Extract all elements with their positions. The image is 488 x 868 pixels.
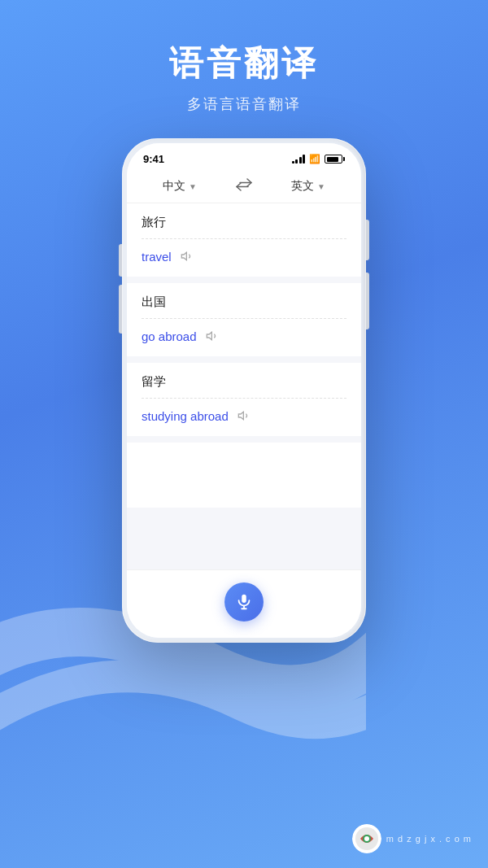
left-button-2 <box>119 285 122 334</box>
sub-title: 多语言语音翻译 <box>0 94 488 114</box>
divider-3 <box>142 398 346 399</box>
phone-mockup: 9:41 📶 中文 ▼ <box>122 138 366 643</box>
watermark: m d z g j x . c o m <box>352 824 472 853</box>
source-lang-dropdown-icon: ▼ <box>189 182 197 191</box>
header-section: 语音翻译 多语言语音翻译 <box>0 0 488 130</box>
sound-icon-3[interactable] <box>235 407 253 425</box>
source-text-1: 旅行 <box>142 215 346 230</box>
translated-text-3: studying abroad <box>142 409 229 423</box>
divider-1 <box>142 238 346 239</box>
svg-rect-3 <box>242 595 246 603</box>
translations-list: 旅行 travel 出国 go abroad <box>127 203 361 569</box>
svg-marker-2 <box>238 412 243 419</box>
wifi-icon: 📶 <box>309 154 320 164</box>
status-time: 9:41 <box>143 153 164 165</box>
svg-point-9 <box>364 836 369 841</box>
translated-text-1: travel <box>142 250 172 264</box>
target-lang-label: 英文 <box>291 179 314 194</box>
translation-row-3: studying abroad <box>142 407 346 425</box>
status-icons: 📶 <box>292 154 346 164</box>
source-lang-label: 中文 <box>163 179 185 194</box>
svg-marker-0 <box>181 252 186 260</box>
language-bar[interactable]: 中文 ▼ 英文 ▼ <box>127 170 361 203</box>
source-text-2: 出国 <box>142 294 346 310</box>
target-language[interactable]: 英文 ▼ <box>291 179 325 194</box>
swap-languages-button[interactable] <box>236 178 252 194</box>
translation-item-2[interactable]: 出国 go abroad <box>127 283 361 356</box>
bottom-area <box>127 569 361 638</box>
divider-2 <box>142 318 346 319</box>
phone-inner: 9:41 📶 中文 ▼ <box>127 143 361 638</box>
watermark-domain: m d z g j x . c o m <box>386 834 472 844</box>
sound-icon-1[interactable] <box>178 247 196 265</box>
mic-button[interactable] <box>224 582 264 622</box>
battery-icon <box>325 155 345 164</box>
empty-area <box>127 443 361 508</box>
translation-row-1: travel <box>142 247 346 265</box>
source-text-3: 留学 <box>142 374 346 390</box>
source-language[interactable]: 中文 ▼ <box>163 179 197 194</box>
main-title: 语音翻译 <box>0 41 488 86</box>
target-lang-dropdown-icon: ▼ <box>317 182 325 191</box>
watermark-logo <box>352 824 381 853</box>
translation-row-2: go abroad <box>142 327 346 345</box>
svg-marker-1 <box>207 332 211 339</box>
translated-text-2: go abroad <box>142 329 197 343</box>
translation-item-3[interactable]: 留学 studying abroad <box>127 363 361 436</box>
sound-icon-2[interactable] <box>203 327 221 345</box>
translation-item-1[interactable]: 旅行 travel <box>127 203 361 277</box>
status-bar: 9:41 📶 <box>127 143 361 170</box>
left-button-1 <box>119 244 122 277</box>
signal-icon <box>292 155 306 164</box>
